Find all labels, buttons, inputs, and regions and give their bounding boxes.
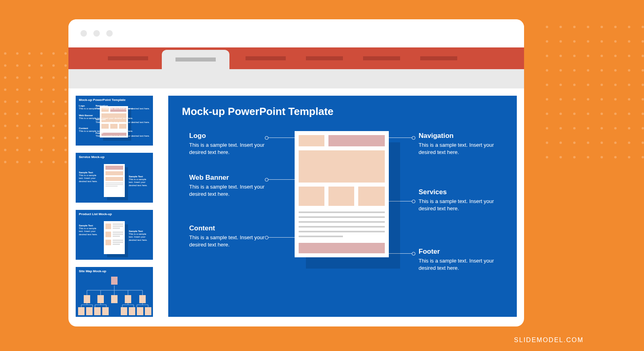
annotation-text: This is a sample text. Insert your desir… <box>189 234 266 248</box>
window-control-dot[interactable] <box>93 30 100 37</box>
annotation-label: Web Banner <box>189 174 266 182</box>
annotation-label: Footer <box>419 248 495 256</box>
mockup-service-block[interactable] <box>328 187 354 206</box>
decoration-dots-left <box>4 52 67 163</box>
slide-thumbnail[interactable]: Service Mock-up Sample TextThis is a sam… <box>76 153 153 203</box>
annotation-label: Logo <box>189 132 266 140</box>
thumbnail-mockup <box>104 221 125 254</box>
window-title-bar <box>68 19 524 47</box>
annotation-text: This is a sample text. Insert your desir… <box>189 183 266 197</box>
annotation-text: This is a sample text. Insert your desir… <box>419 257 495 271</box>
thumbnail-title: Mock-up PowerPoint Template <box>79 98 150 102</box>
annotation-text: This is a sample text. Insert your desir… <box>419 198 495 212</box>
mockup-text-line <box>299 231 385 232</box>
mockup-service-block[interactable] <box>299 187 324 206</box>
ribbon-tab[interactable] <box>229 47 299 69</box>
slide-thumbnail[interactable]: Mock-up PowerPoint Template LogoThis is … <box>76 96 153 146</box>
annotation-label: Content <box>189 224 266 232</box>
mockup-page[interactable] <box>295 131 389 257</box>
annotation-services[interactable]: Services This is a sample text. Insert y… <box>419 188 495 212</box>
mockup-text-line <box>299 216 385 218</box>
ribbon-tabs <box>68 47 524 69</box>
ribbon-tab[interactable] <box>414 47 471 69</box>
mockup-text-line <box>299 211 385 213</box>
annotation-text: This is a sample text. Insert your desir… <box>419 142 495 156</box>
slide-editor[interactable]: Mock-up PowerPoint Template Logo This is… <box>168 96 517 317</box>
ribbon-toolbar <box>68 69 524 88</box>
mockup-banner-block[interactable] <box>299 150 385 183</box>
annotation-content[interactable]: Content This is a sample text. Insert yo… <box>189 224 266 248</box>
workspace: Mock-up PowerPoint Template LogoThis is … <box>68 88 524 326</box>
mockup-service-block[interactable] <box>358 187 385 206</box>
mockup-logo-block[interactable] <box>299 135 324 146</box>
mockup-text-line <box>299 236 343 237</box>
mockup-text-line <box>299 221 385 223</box>
thumbnail-title: Site Map Mock-up <box>79 269 150 273</box>
annotation-navigation[interactable]: Navigation This is a sample text. Insert… <box>419 132 495 156</box>
window-control-dot[interactable] <box>106 30 113 37</box>
app-window: Mock-up PowerPoint Template LogoThis is … <box>68 19 524 326</box>
annotation-label: Services <box>419 188 495 196</box>
annotation-label: Navigation <box>419 132 495 140</box>
annotation-logo[interactable]: Logo This is a sample text. Insert your … <box>189 132 266 156</box>
mockup-footer-block[interactable] <box>299 243 385 253</box>
slide-title[interactable]: Mock-up PowerPoint Template <box>182 105 503 118</box>
thumbnail-title: Service Mock-up <box>79 155 150 159</box>
thumbnail-mockup <box>104 164 125 197</box>
slide-thumbnail-pane[interactable]: Mock-up PowerPoint Template LogoThis is … <box>76 96 153 317</box>
ribbon-tab[interactable] <box>357 47 414 69</box>
attribution-text: SLIDEMODEL.COM <box>514 337 584 344</box>
ribbon-tab-active[interactable] <box>162 50 229 69</box>
annotation-footer[interactable]: Footer This is a sample text. Insert you… <box>419 248 495 271</box>
annotation-text: This is a sample text. Insert your desir… <box>189 142 266 156</box>
window-control-dot[interactable] <box>80 30 87 37</box>
thumbnail-title: Product List Mock-up <box>79 212 150 216</box>
decoration-dots-right <box>546 26 644 158</box>
slide-thumbnail[interactable]: Site Map Mock-up <box>76 267 153 317</box>
slide-thumbnail[interactable]: Product List Mock-up Sample TextThis is … <box>76 210 153 260</box>
annotation-web-banner[interactable]: Web Banner This is a sample text. Insert… <box>189 174 266 197</box>
current-slide[interactable]: Mock-up PowerPoint Template Logo This is… <box>168 96 517 317</box>
ribbon-tab[interactable] <box>76 47 162 69</box>
mockup-nav-block[interactable] <box>328 135 385 146</box>
mockup-text-line <box>299 226 385 228</box>
ribbon-tab[interactable] <box>299 47 357 69</box>
